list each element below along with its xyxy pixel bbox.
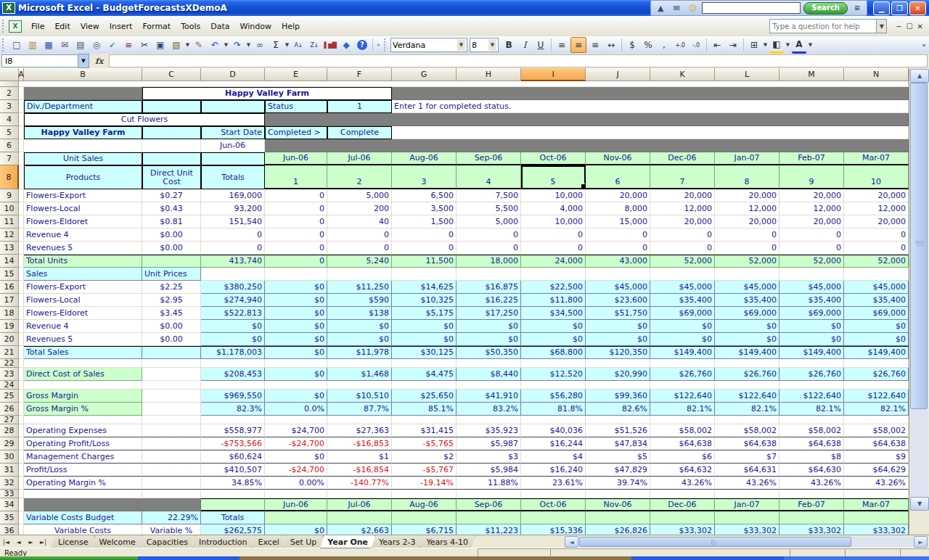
cell-H22[interactable] (457, 359, 521, 368)
cell-E18[interactable]: $0 (265, 307, 327, 320)
cell-C27[interactable] (142, 416, 201, 424)
cell-E23[interactable]: $0 (265, 368, 327, 381)
cell-F33[interactable] (327, 490, 392, 498)
column-header-A[interactable]: A (19, 68, 24, 81)
cell-J15[interactable] (586, 268, 650, 281)
cell-L31[interactable]: $64,631 (715, 464, 779, 477)
cell-H23[interactable]: $8,440 (457, 368, 521, 381)
cell-N16[interactable]: $45,000 (844, 281, 909, 294)
cell-L33[interactable] (715, 490, 779, 498)
cell-M31[interactable]: $64,630 (779, 464, 844, 477)
cell-G13[interactable]: 0 (392, 242, 457, 255)
cell-D17[interactable]: $274,940 (201, 294, 265, 307)
cell-E10[interactable]: 0 (265, 202, 327, 215)
cell-G7[interactable]: Aug-06 (392, 152, 457, 165)
scroll-left-arrow[interactable]: ◄ (565, 536, 578, 548)
restore-button[interactable]: ❐ (891, 1, 908, 15)
cell-I9[interactable]: 10,000 (521, 189, 586, 202)
cell-L21[interactable]: $149,400 (715, 346, 779, 359)
cell-B29[interactable]: Operating Profit/Loss (24, 437, 142, 450)
cell-H30[interactable]: $3 (457, 450, 521, 464)
cell-D19[interactable]: $0 (201, 320, 265, 333)
cell-K20[interactable]: $0 (650, 333, 715, 346)
row-header-27[interactable]: 27 (0, 416, 19, 424)
cell-F26[interactable]: 87.7% (327, 403, 392, 416)
autosum-dropdown-icon[interactable]: ▼ (284, 38, 290, 52)
cell-F31[interactable]: -$16,854 (327, 464, 392, 477)
cell-M19[interactable]: $0 (779, 320, 844, 333)
cut-button[interactable]: ✂ (137, 38, 152, 52)
cell-I18[interactable]: $34,500 (521, 307, 586, 320)
cell-D15[interactable] (201, 268, 265, 281)
search-button[interactable]: Search (803, 2, 848, 15)
cell-H14[interactable]: 18,000 (457, 255, 521, 268)
row-header-14[interactable]: 14 (0, 255, 19, 268)
cell-A25[interactable] (19, 390, 24, 403)
doc-close-button[interactable]: ✕ (917, 22, 923, 30)
cell-F27[interactable] (327, 416, 392, 424)
align-right-button[interactable]: ≡ (588, 38, 602, 52)
cell-B6[interactable] (24, 139, 142, 152)
cell-M29[interactable]: $64,638 (779, 437, 844, 450)
italic-button[interactable]: I (517, 38, 532, 52)
sheet-tab-capacities[interactable]: Capacities (139, 535, 195, 548)
cell-B5[interactable]: Happy Valley Farm (24, 126, 142, 139)
cell-H34[interactable]: Sep-06 (457, 498, 521, 511)
cell-G34[interactable]: Aug-06 (392, 498, 457, 511)
cell-B11[interactable]: Flowers-Eldoret (24, 215, 142, 228)
paste-button[interactable]: ▧ (169, 38, 184, 52)
cell-D18[interactable]: $522,813 (201, 307, 265, 320)
cell-A10[interactable] (19, 202, 24, 215)
cell-F21[interactable]: $11,978 (327, 346, 392, 359)
row-header-36[interactable]: 36 (0, 524, 19, 535)
cell-N27[interactable] (844, 416, 909, 424)
column-header-E[interactable]: E (265, 68, 327, 81)
cell-F12[interactable]: 0 (327, 228, 392, 242)
cell-A[interactable] (19, 81, 909, 87)
research-button[interactable]: ≡ (121, 38, 136, 52)
cell-E20[interactable]: $0 (265, 333, 327, 346)
cell-E14[interactable]: 0 (265, 255, 327, 268)
cell-M12[interactable]: 0 (779, 228, 844, 242)
cell-E13[interactable]: 0 (265, 242, 327, 255)
cell-D29[interactable]: -$753,566 (201, 437, 265, 450)
cell-N18[interactable]: $69,000 (844, 307, 909, 320)
cell-E5[interactable]: Completed > (265, 126, 327, 139)
cell-M18[interactable]: $69,000 (779, 307, 844, 320)
undo-button[interactable]: ↶ (208, 38, 222, 52)
cell-L35[interactable] (715, 511, 779, 524)
comma-button[interactable]: , (657, 38, 671, 52)
cell-G30[interactable]: $2 (392, 450, 457, 464)
cell-N12[interactable]: 0 (844, 228, 909, 242)
cell-G12[interactable]: 0 (392, 228, 457, 242)
cell-A5[interactable] (19, 126, 24, 139)
cell-G29[interactable]: -$5,765 (392, 437, 457, 450)
cell-H15[interactable] (457, 268, 521, 281)
cell-J31[interactable]: $47,829 (586, 464, 650, 477)
cell-M20[interactable]: $0 (779, 333, 844, 346)
cell-A32[interactable] (19, 477, 24, 490)
cell-A13[interactable] (19, 242, 24, 255)
cell-F25[interactable]: $10,510 (327, 390, 392, 403)
next-sheet-button[interactable]: ► (25, 535, 37, 548)
cell-A7[interactable] (19, 152, 24, 165)
cell-K26[interactable]: 82.1% (650, 403, 715, 416)
cell-K33[interactable] (650, 490, 715, 498)
name-box[interactable]: I8 (1, 54, 78, 67)
cell-E16[interactable]: $0 (265, 281, 327, 294)
cell-A17[interactable] (19, 294, 24, 307)
cell-L26[interactable]: 82.1% (715, 403, 779, 416)
cell-H13[interactable]: 0 (457, 242, 521, 255)
cell-A34[interactable] (19, 498, 24, 511)
cell-E34[interactable]: Jun-06 (265, 498, 327, 511)
cell-M26[interactable]: 82.1% (779, 403, 844, 416)
cell-C17[interactable]: $2.95 (142, 294, 201, 307)
cell-D20[interactable]: $0 (201, 333, 265, 346)
cell-J33[interactable] (586, 490, 650, 498)
cell-N29[interactable]: $64,638 (844, 437, 909, 450)
vertical-scrollbar[interactable]: ▲ ▼ (909, 68, 929, 535)
cell-D31[interactable]: $410,507 (201, 464, 265, 477)
sort-descending-button[interactable]: Z↓ (307, 38, 322, 52)
standard-toolbar-grip[interactable] (2, 38, 7, 52)
cell-I35[interactable] (521, 511, 586, 524)
